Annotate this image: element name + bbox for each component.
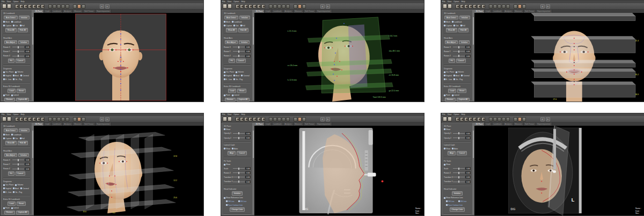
show-checkbox[interactable]: Show	[224, 148, 230, 150]
prev-view-button[interactable]: <	[320, 117, 325, 121]
slider-thumb[interactable]	[458, 176, 459, 178]
layers-icon[interactable]	[61, 4, 65, 9]
layers-icon[interactable]	[282, 4, 286, 9]
reset-button[interactable]: Reset	[17, 201, 26, 206]
slider-thumb[interactable]	[238, 176, 239, 178]
head-front-icon[interactable]	[456, 4, 459, 9]
head-right34-icon[interactable]	[28, 117, 32, 121]
print-icon[interactable]	[286, 117, 290, 121]
fit-button[interactable]: Fit	[449, 59, 455, 63]
ruler-icon[interactable]	[489, 4, 493, 9]
face-photo-icon[interactable]	[77, 117, 81, 121]
head-right34-icon[interactable]	[28, 4, 32, 9]
coronal-checkbox[interactable]: Coronal	[20, 75, 29, 77]
slider-thumb[interactable]	[458, 172, 459, 174]
show-all-button[interactable]: Show All	[5, 28, 17, 32]
slider-value[interactable]: 0.00	[245, 132, 251, 135]
full-checkbox[interactable]: Full	[20, 25, 25, 27]
initialize-button[interactable]: Initialize	[18, 153, 29, 157]
slider-value[interactable]: 0.00	[465, 171, 471, 174]
print-icon[interactable]	[65, 4, 69, 9]
lateral-checkbox[interactable]: Lateral	[452, 94, 459, 96]
save-file-icon[interactable]	[448, 4, 452, 9]
change-color-button[interactable]: Change Color	[230, 207, 245, 212]
head-down-icon[interactable]	[481, 4, 485, 9]
sidebar-scrollbar[interactable]	[472, 10, 474, 100]
head-front-icon[interactable]	[15, 117, 19, 121]
cancel-button[interactable]: Cancel	[456, 59, 466, 63]
slider-value[interactable]: 0.00	[465, 55, 471, 57]
e-line-checkbox[interactable]: E - Line	[224, 78, 232, 81]
slider-thumb[interactable]	[238, 168, 239, 170]
head-down-icon[interactable]	[261, 117, 265, 121]
slider-track[interactable]	[12, 56, 24, 56]
head-left34-icon[interactable]	[19, 4, 23, 9]
slider-thumb[interactable]	[458, 46, 459, 48]
sagittal-checkbox[interactable]: Sagittal	[3, 75, 11, 77]
slider-track[interactable]	[233, 177, 245, 177]
restore-button[interactable]: Restore	[445, 98, 456, 102]
auto-detect-button[interactable]: Auto Detect	[4, 128, 18, 133]
head-right-icon[interactable]	[253, 117, 257, 121]
tag-icon[interactable]	[294, 4, 297, 9]
slider-thumb[interactable]	[18, 159, 19, 161]
initialize-button[interactable]: Initialize	[459, 16, 470, 20]
screenshot-icon[interactable]	[497, 117, 501, 121]
save-file-icon[interactable]	[7, 117, 11, 121]
head-left34-icon[interactable]	[460, 117, 464, 121]
head-right-icon[interactable]	[473, 4, 477, 9]
head-left-icon[interactable]	[464, 117, 468, 121]
head-down-icon[interactable]	[41, 4, 45, 9]
head-left-icon[interactable]	[24, 4, 27, 9]
sn-pog-checkbox[interactable]: Sn - Pog	[233, 78, 243, 81]
pin-icon[interactable]	[302, 4, 306, 9]
initialize-button[interactable]: Initialize	[239, 40, 250, 45]
sagittal-checkbox[interactable]: Sagittal	[224, 75, 232, 77]
slider-thumb[interactable]	[18, 46, 19, 48]
print-icon[interactable]	[286, 4, 290, 9]
slider-thumb[interactable]	[238, 55, 239, 57]
next-view-button[interactable]: >	[326, 4, 330, 9]
slider-value[interactable]: 0.00	[25, 55, 30, 57]
cancel-button[interactable]: Cancel	[236, 59, 246, 63]
new-file-icon[interactable]	[2, 4, 6, 9]
initialize-button[interactable]: Initialize	[18, 40, 29, 45]
screenshot-icon[interactable]	[277, 4, 281, 9]
slider-value[interactable]: 0.00	[465, 46, 471, 48]
layers-icon[interactable]	[61, 117, 65, 121]
axial-checkbox[interactable]: Axial	[13, 75, 19, 77]
change-color-button[interactable]: Change Color	[450, 207, 465, 212]
slider-thumb[interactable]	[238, 137, 239, 139]
head-up-icon[interactable]	[257, 4, 261, 9]
front-checkbox[interactable]: Front	[444, 94, 450, 96]
slider-track[interactable]	[453, 182, 465, 182]
viewport-xray[interactable]: DG Name : Date : Sex :	[254, 126, 424, 215]
pin-icon[interactable]	[522, 117, 526, 121]
show-checkbox[interactable]: Show	[444, 163, 450, 165]
auto-checkbox[interactable]: Auto	[232, 148, 238, 150]
occ-plane-checkbox[interactable]: Occ Plane	[444, 71, 454, 73]
slider-thumb[interactable]	[18, 51, 19, 53]
slider-track[interactable]	[233, 138, 245, 138]
axis-adjust-button[interactable]: Axis Adjust	[4, 40, 18, 45]
hide-all-button[interactable]: Hide All	[18, 141, 28, 145]
full-checkbox[interactable]: Full	[240, 25, 245, 27]
head-right-icon[interactable]	[32, 4, 36, 9]
head-right34-icon[interactable]	[469, 4, 472, 9]
hide-all-button[interactable]: Hide All	[458, 28, 469, 32]
axis-adjust-button[interactable]: Axis Adjust	[4, 153, 18, 157]
sidebar-scrollbar[interactable]	[252, 10, 254, 100]
viewport-3d[interactable]	[34, 13, 203, 102]
auto-detect-button[interactable]: Auto Detect	[4, 16, 18, 20]
head-down-icon[interactable]	[481, 117, 485, 121]
sidebar-scrollbar[interactable]	[472, 123, 474, 214]
show-all-button[interactable]: Show All	[226, 28, 237, 32]
slider-track[interactable]	[233, 168, 245, 169]
save-file-icon[interactable]	[228, 117, 232, 121]
show-all-button[interactable]: Show All	[446, 28, 457, 32]
face-photo-icon[interactable]	[298, 4, 302, 9]
hide-all-button[interactable]: Hide All	[18, 28, 28, 32]
restore-button[interactable]: Restore	[4, 211, 15, 215]
axial-checkbox[interactable]: Axial	[13, 188, 19, 190]
initialize-button[interactable]: Initialize	[232, 191, 243, 196]
